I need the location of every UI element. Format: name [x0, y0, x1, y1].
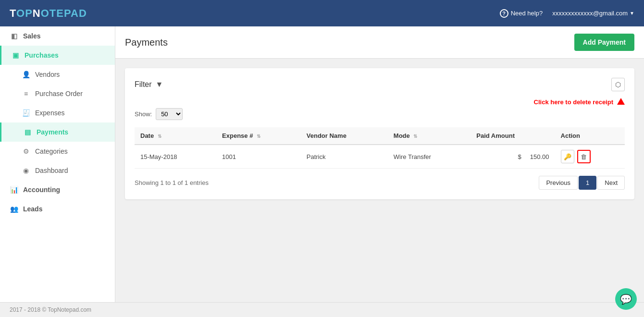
sidebar-label-payments: Payments: [37, 128, 68, 136]
sidebar-label-categories: Categories: [35, 147, 68, 155]
show-control: Show: 50 10 25 100: [135, 108, 625, 120]
cell-mode: Wire Transfer: [388, 145, 471, 169]
user-menu[interactable]: xxxxxxxxxxxxx@gmail.com ▼: [552, 10, 634, 17]
help-link[interactable]: ? Need help?: [500, 9, 543, 18]
layers-icon: ◧: [10, 32, 18, 40]
sidebar-label-purchases: Purchases: [25, 51, 59, 59]
dashboard-icon: ◉: [22, 167, 30, 174]
page-title: Payments: [125, 37, 168, 48]
col-mode: Mode ⇅: [388, 127, 471, 145]
cell-action: 🔑 🗑: [555, 145, 625, 169]
cell-paid-amount: $ 150.00: [471, 145, 555, 169]
delete-hint-text: Click here to delete receipt: [534, 98, 613, 106]
col-action: Action: [555, 127, 625, 145]
user-icon: 👤: [22, 71, 30, 78]
sidebar-label-leads: Leads: [23, 205, 42, 213]
sidebar-item-categories[interactable]: ⚙ Categories: [0, 142, 115, 161]
delete-hint: Click here to delete receipt: [135, 98, 625, 106]
export-button[interactable]: ⬡: [611, 78, 625, 91]
filter-title: Filter ▼: [135, 80, 163, 89]
col-expense: Expense # ⇅: [216, 127, 301, 145]
col-paid-amount: Paid Amount: [471, 127, 555, 145]
sidebar-item-purchases[interactable]: ▣ Purchases: [0, 46, 115, 65]
sidebar-item-expenses[interactable]: 🧾 Expenses: [0, 103, 115, 122]
table-header: Date ⇅ Expense # ⇅ Vendor Name Mode ⇅ Pa…: [135, 127, 625, 145]
sort-icon-expense: ⇅: [257, 134, 260, 139]
table-footer: Showing 1 to 1 of 1 entries Previous 1 N…: [135, 176, 625, 190]
box-icon: ▣: [11, 51, 20, 59]
sidebar-item-leads[interactable]: 👥 Leads: [0, 199, 115, 219]
filter-label: Filter: [135, 80, 152, 89]
filter-header: Filter ▼ ⬡: [135, 78, 625, 91]
show-select[interactable]: 50 10 25 100: [156, 108, 183, 120]
sidebar-item-dashboard[interactable]: ◉ Dashboard: [0, 161, 115, 180]
sidebar-item-sales[interactable]: ◧ Sales: [0, 26, 115, 46]
table-body: 15-May-2018 1001 Patrick Wire Transfer $…: [135, 145, 625, 169]
table-row: 15-May-2018 1001 Patrick Wire Transfer $…: [135, 145, 625, 169]
sidebar-label-sales: Sales: [23, 32, 41, 40]
filter-card: Filter ▼ ⬡ Click here to delete receipt …: [125, 68, 634, 199]
help-icon: ?: [500, 9, 508, 18]
cell-expense-num: 1001: [216, 145, 301, 169]
next-button[interactable]: Next: [597, 176, 625, 190]
sidebar-label-purchase-order: Purchase Order: [35, 90, 83, 98]
receipt-icon: 🧾: [22, 109, 30, 117]
user-email: xxxxxxxxxxxxx@gmail.com: [552, 10, 628, 17]
edit-button[interactable]: 🔑: [561, 150, 574, 163]
chevron-down-icon: ▼: [630, 11, 634, 16]
sidebar-label-accounting: Accounting: [23, 186, 60, 194]
cell-date: 15-May-2018: [135, 145, 216, 169]
add-payment-button[interactable]: Add Payment: [574, 34, 634, 51]
page-footer: 2017 - 2018 © TopNotepad.com: [0, 302, 644, 317]
sidebar-label-vendors: Vendors: [35, 71, 60, 78]
app-logo: TOPNOTEPAD: [10, 7, 87, 20]
chart-icon: 📊: [10, 186, 18, 194]
col-vendor: Vendor Name: [301, 127, 388, 145]
sidebar-label-dashboard: Dashboard: [35, 167, 68, 174]
page-1-button[interactable]: 1: [579, 176, 596, 190]
main-content: Payments Add Payment Filter ▼ ⬡ Click he…: [115, 26, 644, 302]
help-label: Need help?: [511, 10, 543, 17]
sidebar-item-accounting[interactable]: 📊 Accounting: [0, 180, 115, 199]
gear-icon: ⚙: [22, 147, 30, 155]
arrow-up-icon: [617, 98, 625, 105]
sidebar-item-vendors[interactable]: 👤 Vendors: [0, 65, 115, 84]
header-right: ? Need help? xxxxxxxxxxxxx@gmail.com ▼: [500, 9, 634, 18]
page-header: Payments Add Payment: [115, 26, 644, 59]
sidebar-label-expenses: Expenses: [35, 109, 64, 117]
payments-table: Date ⇅ Expense # ⇅ Vendor Name Mode ⇅ Pa…: [135, 127, 625, 169]
app-header: TOPNOTEPAD ? Need help? xxxxxxxxxxxxx@gm…: [0, 0, 644, 26]
payment-icon: ▤: [23, 128, 32, 136]
sidebar: ◧ Sales ▣ Purchases 👤 Vendors ≡ Purchase…: [0, 26, 115, 302]
copyright-text: 2017 - 2018 © TopNotepad.com: [10, 306, 91, 313]
body-layout: ◧ Sales ▣ Purchases 👤 Vendors ≡ Purchase…: [0, 26, 644, 302]
sidebar-item-purchase-order[interactable]: ≡ Purchase Order: [0, 84, 115, 103]
show-label: Show:: [135, 110, 152, 118]
previous-button[interactable]: Previous: [539, 176, 578, 190]
action-cell: 🔑 🗑: [561, 150, 619, 163]
sort-icon-date: ⇅: [158, 134, 161, 139]
list-icon: ≡: [22, 90, 30, 98]
chat-button[interactable]: 💬: [615, 288, 637, 310]
col-date: Date ⇅: [135, 127, 216, 145]
delete-button[interactable]: 🗑: [577, 150, 591, 163]
sort-icon-mode: ⇅: [413, 134, 417, 139]
sidebar-item-payments[interactable]: ▤ Payments: [0, 122, 115, 142]
export-icon: ⬡: [615, 81, 621, 88]
filter-icon: ▼: [156, 80, 163, 89]
showing-text: Showing 1 to 1 of 1 entries: [135, 179, 209, 186]
pagination: Previous 1 Next: [539, 176, 625, 190]
people-icon: 👥: [10, 205, 18, 213]
cell-vendor-name: Patrick: [301, 145, 388, 169]
